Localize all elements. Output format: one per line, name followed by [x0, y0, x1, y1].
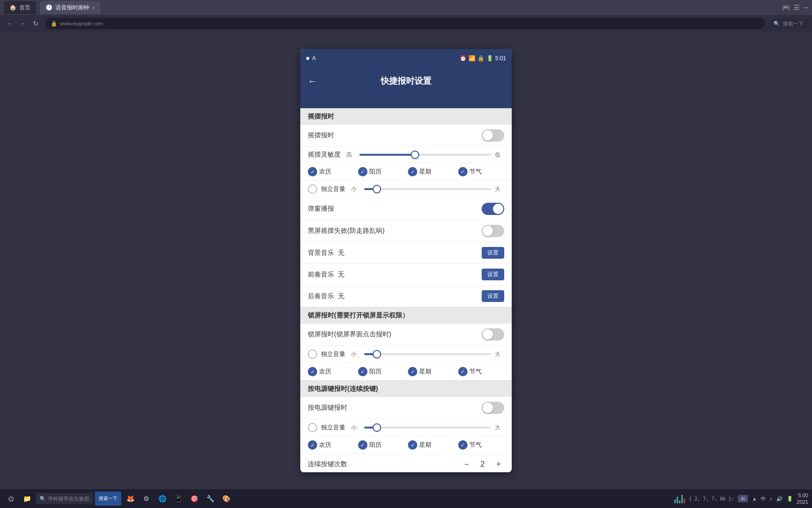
taskbar-battery-icon: 🔋 [787, 496, 793, 502]
tab-alarm[interactable]: 🕐 语音报时闹钟 × [40, 1, 101, 14]
slider-fill [359, 154, 415, 156]
taskbar-art[interactable]: 🎨 [219, 492, 233, 506]
checkbox-yangli[interactable]: ✓ 阳历 [358, 167, 405, 176]
power-toggle[interactable] [482, 402, 504, 414]
taskbar-up-icon[interactable]: ▲ [752, 496, 757, 501]
taskbar-volume-icon[interactable]: 🔊 [776, 496, 783, 502]
counter-controls: − 2 + [461, 459, 504, 470]
checkbox-jieqi[interactable]: ✓ 节气 [458, 167, 505, 176]
status-right: ⏰ 📶 🔒 🔋 5:01 [460, 55, 506, 62]
outro-music-label: 后奏音乐 [308, 292, 334, 301]
vol-thumb-2[interactable] [373, 350, 381, 358]
power-cb-yangli[interactable]: ✓ 阳历 [358, 440, 405, 450]
taskbar-phone[interactable]: 📱 [171, 492, 185, 506]
taskbar-search-box[interactable]: 🔍 学科辅导改头换面 [36, 493, 93, 504]
tab-close-btn[interactable]: × [92, 5, 95, 10]
lock-cb-jieqi[interactable]: ✓ 节气 [458, 367, 505, 376]
battery-status-icon: 🔋 [486, 55, 493, 62]
browser-content: ■ A ⏰ 📶 🔒 🔋 5:01 ← 快捷报时设置 [0, 32, 812, 489]
taskbar-start[interactable]: ⊙ [4, 492, 18, 506]
address-bar[interactable]: 🔒 www.example.com [45, 18, 765, 29]
taskbar-files[interactable]: 📁 [20, 492, 34, 506]
status-bar: ■ A ⏰ 📶 🔒 🔋 5:01 [300, 49, 512, 68]
forward-browser-btn[interactable]: → [17, 18, 28, 29]
taskbar-time: 5:00 [797, 492, 808, 499]
lock-jieqi-check: ✓ [458, 367, 468, 376]
search-icon: 🔍 [773, 21, 780, 27]
code-display: { 2, 7, 7, 86 }; [689, 496, 734, 501]
tab-home[interactable]: 🏠 首页 [4, 1, 36, 14]
lock-cb-nongli[interactable]: ✓ 农历 [308, 367, 354, 376]
intro-music-row: 前奏音乐 无 设置 [300, 264, 512, 286]
outro-music-btn[interactable]: 设置 [482, 290, 504, 302]
slider-thumb[interactable] [411, 151, 419, 159]
volume-slider-2[interactable] [364, 353, 491, 355]
popup-report-row: 弹窗播报 [300, 198, 512, 220]
popup-toggle-knob [493, 204, 503, 214]
power-cb-nongli[interactable]: ✓ 农历 [308, 440, 354, 450]
search-box[interactable]: 🔍 搜索一下 [769, 19, 808, 28]
phone-frame: ■ A ⏰ 📶 🔒 🔋 5:01 ← 快捷报时设置 [300, 49, 512, 472]
vol-thumb-1[interactable] [373, 185, 381, 193]
power-yangli-label: 阳历 [369, 441, 382, 449]
status-letter: A [312, 55, 316, 62]
bar-2 [677, 497, 678, 503]
nongli-check: ✓ [308, 167, 317, 176]
black-screen-toggle[interactable] [482, 225, 504, 237]
bar-1 [674, 500, 676, 503]
checkbox-xingqi[interactable]: ✓ 星期 [408, 167, 454, 176]
lock-report-label: 锁屏报时(锁屏界面点击报时) [308, 330, 391, 339]
home-icon: 🏠 [9, 4, 16, 11]
vol-large-2: 大 [495, 350, 504, 358]
lock-cb-xingqi[interactable]: ✓ 星期 [408, 367, 454, 376]
lock-volume-row: 独立音量 小 大 [300, 346, 512, 363]
back-browser-btn[interactable]: ← [4, 18, 15, 29]
taskbar-browser[interactable]: 🌐 [155, 492, 169, 506]
lock-xingqi-check: ✓ [408, 367, 417, 376]
volume-label-2: 独立音量 [321, 350, 345, 358]
address-text: www.example.com [60, 21, 103, 26]
taskbar: ⊙ 📁 🔍 学科辅导改头换面 搜索一下 🦊 ⚙ 🌐 📱 🎯 🔧 🎨 [0, 489, 812, 508]
taskbar-firefox[interactable]: 🦊 [123, 492, 137, 506]
lock-cb-yangli[interactable]: ✓ 阳历 [358, 367, 405, 376]
shake-sensitivity-slider[interactable] [359, 154, 491, 156]
minimize-icon[interactable]: ─ [804, 4, 808, 11]
shake-toggle[interactable] [482, 129, 504, 142]
toggle-knob [483, 130, 493, 141]
menu-icon[interactable]: ☰ [794, 4, 800, 11]
vol-small-3: 小 [351, 424, 360, 432]
taskbar-music-icon[interactable]: ♪ [770, 496, 773, 501]
volume-slider-3[interactable] [364, 427, 491, 429]
refresh-btn[interactable]: ↻ [30, 18, 41, 29]
back-button[interactable]: ← [308, 76, 317, 87]
black-screen-row: 黑屏摇摆失效(防走路乱响) [300, 220, 512, 242]
bg-music-btn[interactable]: 设置 [482, 247, 504, 259]
bar-3 [679, 500, 680, 503]
outro-music-row: 后奏音乐 无 设置 [300, 286, 512, 307]
power-jieqi-label: 节气 [469, 441, 482, 449]
taskbar-ai-badge[interactable]: Ai [738, 495, 748, 502]
power-cb-xingqi[interactable]: ✓ 星期 [408, 440, 454, 450]
lock-toggle[interactable] [482, 328, 504, 341]
lock-yangli-label: 阳历 [369, 367, 382, 376]
taskbar-app1[interactable]: 🎯 [187, 492, 201, 506]
intro-music-btn[interactable]: 设置 [482, 269, 504, 280]
plus-btn[interactable]: + [493, 459, 504, 470]
power-volume-row: 独立音量 小 大 [300, 419, 512, 437]
volume-slider-1[interactable] [364, 188, 491, 190]
game-icon[interactable]: 🎮 [782, 4, 790, 11]
minus-btn[interactable]: − [461, 459, 472, 470]
lock-toggle-knob [483, 329, 493, 340]
popup-toggle[interactable] [482, 203, 504, 215]
taskbar-settings[interactable]: ⚙ [139, 492, 153, 506]
lock-yangli-check: ✓ [358, 367, 367, 376]
checkbox-nongli[interactable]: ✓ 农历 [308, 167, 354, 176]
content-area[interactable]: 摇摆报时 摇摆报时 摇摆灵敏度 高 [300, 108, 512, 472]
page-title: 快捷报时设置 [325, 75, 487, 87]
black-screen-label: 黑屏摇摆失效(防走路乱响) [308, 227, 384, 235]
power-cb-jieqi[interactable]: ✓ 节气 [458, 440, 505, 450]
vol-thumb-3[interactable] [373, 423, 381, 432]
taskbar-search-icon: 🔍 [39, 496, 46, 502]
taskbar-app2[interactable]: 🔧 [203, 492, 217, 506]
taskbar-btn-search[interactable]: 搜索一下 [95, 492, 121, 506]
